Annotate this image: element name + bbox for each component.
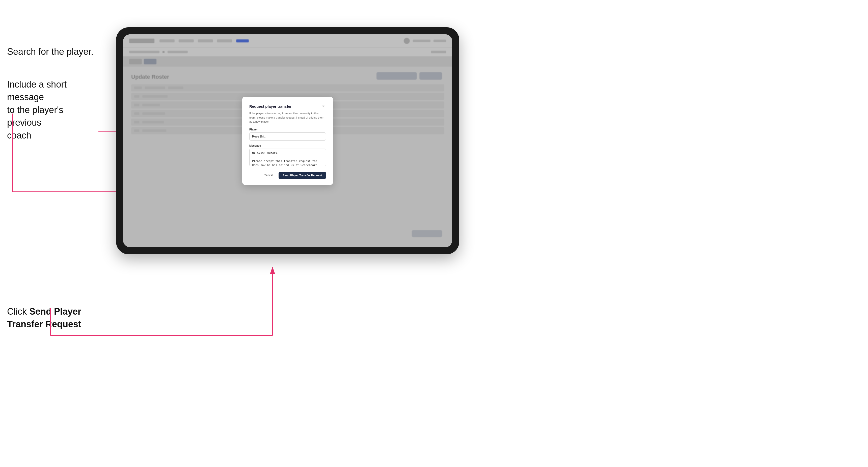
message-field-label: Message: [249, 144, 326, 147]
message-textarea[interactable]: Hi Coach McHarg, Please accept this tran…: [249, 149, 326, 166]
annotation-message-text: Include a short message to the player's …: [7, 78, 98, 142]
modal-title: Request player transfer: [249, 104, 292, 108]
request-transfer-modal: Request player transfer × If the player …: [242, 97, 333, 185]
send-transfer-request-button[interactable]: Send Player Transfer Request: [279, 172, 326, 179]
modal-close-button[interactable]: ×: [321, 104, 326, 109]
tablet-device: Update Roster: [116, 27, 459, 254]
modal-description: If the player is transferring from anoth…: [249, 111, 326, 124]
player-search-input[interactable]: [249, 132, 326, 141]
player-field-label: Player: [249, 128, 326, 131]
modal-overlay: Request player transfer × If the player …: [123, 34, 452, 247]
annotation-search-text: Search for the player.: [7, 45, 93, 58]
tablet-screen: Update Roster: [123, 34, 452, 247]
annotation-click-text: Click Send Player Transfer Request: [7, 305, 98, 331]
cancel-button[interactable]: Cancel: [261, 172, 276, 179]
modal-footer: Cancel Send Player Transfer Request: [249, 172, 326, 179]
modal-header: Request player transfer ×: [249, 104, 326, 109]
